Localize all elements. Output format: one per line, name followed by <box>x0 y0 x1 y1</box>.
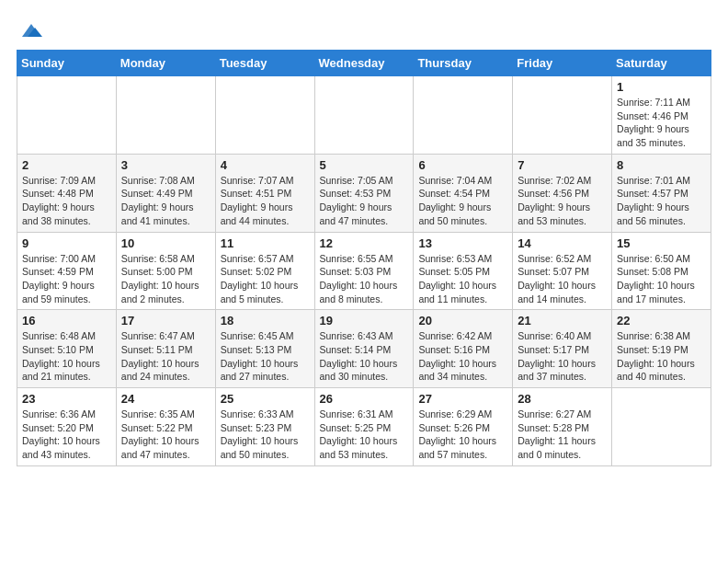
day-info: Sunrise: 6:53 AMSunset: 5:05 PMDaylight:… <box>418 252 507 306</box>
day-number: 7 <box>518 158 607 172</box>
week-row-3: 9Sunrise: 7:00 AMSunset: 4:59 PMDaylight… <box>17 232 711 310</box>
weekday-header-saturday: Saturday <box>612 51 711 76</box>
day-info: Sunrise: 7:00 AMSunset: 4:59 PMDaylight:… <box>22 252 111 306</box>
day-number: 24 <box>121 392 210 406</box>
calendar-cell: 24Sunrise: 6:35 AMSunset: 5:22 PMDayligh… <box>116 388 215 466</box>
day-number: 2 <box>22 158 111 172</box>
weekday-header-thursday: Thursday <box>414 51 513 76</box>
day-number: 16 <box>22 314 111 327</box>
calendar-cell: 4Sunrise: 7:07 AMSunset: 4:51 PMDaylight… <box>215 154 314 232</box>
day-info: Sunrise: 7:08 AMSunset: 4:49 PMDaylight:… <box>121 174 210 228</box>
calendar-header-row: SundayMondayTuesdayWednesdayThursdayFrid… <box>17 51 711 76</box>
day-number: 10 <box>121 236 210 250</box>
day-info: Sunrise: 7:11 AMSunset: 4:46 PMDaylight:… <box>617 96 706 150</box>
day-info: Sunrise: 6:43 AMSunset: 5:14 PMDaylight:… <box>320 329 409 384</box>
day-number: 8 <box>617 158 706 172</box>
day-info: Sunrise: 6:48 AMSunset: 5:10 PMDaylight:… <box>22 329 111 384</box>
calendar-cell: 17Sunrise: 6:47 AMSunset: 5:11 PMDayligh… <box>116 310 215 388</box>
day-info: Sunrise: 6:58 AMSunset: 5:00 PMDaylight:… <box>121 252 210 306</box>
day-info: Sunrise: 7:07 AMSunset: 4:51 PMDaylight:… <box>221 174 310 228</box>
day-info: Sunrise: 7:02 AMSunset: 4:56 PMDaylight:… <box>518 174 607 228</box>
calendar-cell: 11Sunrise: 6:57 AMSunset: 5:02 PMDayligh… <box>215 232 314 310</box>
day-info: Sunrise: 6:47 AMSunset: 5:11 PMDaylight:… <box>121 329 210 384</box>
day-info: Sunrise: 6:42 AMSunset: 5:16 PMDaylight:… <box>418 329 507 384</box>
calendar-cell: 28Sunrise: 6:27 AMSunset: 5:28 PMDayligh… <box>513 388 612 466</box>
logo <box>17 20 44 40</box>
day-info: Sunrise: 6:55 AMSunset: 5:03 PMDaylight:… <box>320 252 409 306</box>
day-number: 20 <box>418 314 507 327</box>
calendar-cell: 10Sunrise: 6:58 AMSunset: 5:00 PMDayligh… <box>116 232 215 310</box>
day-info: Sunrise: 6:45 AMSunset: 5:13 PMDaylight:… <box>221 329 310 384</box>
weekday-header-sunday: Sunday <box>17 51 117 76</box>
day-number: 26 <box>320 392 409 406</box>
calendar-cell: 3Sunrise: 7:08 AMSunset: 4:49 PMDaylight… <box>116 154 215 232</box>
day-number: 17 <box>121 314 210 327</box>
calendar-cell <box>612 388 711 466</box>
day-info: Sunrise: 6:27 AMSunset: 5:28 PMDaylight:… <box>518 408 607 462</box>
day-info: Sunrise: 6:52 AMSunset: 5:07 PMDaylight:… <box>518 252 607 306</box>
calendar-cell: 20Sunrise: 6:42 AMSunset: 5:16 PMDayligh… <box>414 310 513 388</box>
weekday-header-tuesday: Tuesday <box>215 51 314 76</box>
day-info: Sunrise: 6:36 AMSunset: 5:20 PMDaylight:… <box>22 408 111 462</box>
day-number: 27 <box>418 392 507 406</box>
day-number: 3 <box>121 158 210 172</box>
calendar-cell: 18Sunrise: 6:45 AMSunset: 5:13 PMDayligh… <box>215 310 314 388</box>
week-row-1: 1Sunrise: 7:11 AMSunset: 4:46 PMDaylight… <box>17 76 711 155</box>
calendar-cell: 22Sunrise: 6:38 AMSunset: 5:19 PMDayligh… <box>612 310 711 388</box>
calendar-cell: 14Sunrise: 6:52 AMSunset: 5:07 PMDayligh… <box>513 232 612 310</box>
day-info: Sunrise: 6:35 AMSunset: 5:22 PMDaylight:… <box>121 408 210 462</box>
week-row-4: 16Sunrise: 6:48 AMSunset: 5:10 PMDayligh… <box>17 310 711 388</box>
calendar-cell: 5Sunrise: 7:05 AMSunset: 4:53 PMDaylight… <box>314 154 414 232</box>
day-info: Sunrise: 7:04 AMSunset: 4:54 PMDaylight:… <box>418 174 507 228</box>
day-number: 28 <box>518 392 607 406</box>
weekday-header-friday: Friday <box>513 51 612 76</box>
header <box>17 17 711 40</box>
day-info: Sunrise: 7:01 AMSunset: 4:57 PMDaylight:… <box>617 174 706 228</box>
day-info: Sunrise: 6:33 AMSunset: 5:23 PMDaylight:… <box>221 408 310 462</box>
calendar-cell <box>314 76 414 155</box>
day-number: 1 <box>617 80 706 94</box>
calendar-cell: 13Sunrise: 6:53 AMSunset: 5:05 PMDayligh… <box>414 232 513 310</box>
calendar-cell: 6Sunrise: 7:04 AMSunset: 4:54 PMDaylight… <box>414 154 513 232</box>
day-number: 21 <box>518 314 607 327</box>
calendar-table: SundayMondayTuesdayWednesdayThursdayFrid… <box>17 50 711 466</box>
day-info: Sunrise: 6:29 AMSunset: 5:26 PMDaylight:… <box>418 408 507 462</box>
calendar-cell: 9Sunrise: 7:00 AMSunset: 4:59 PMDaylight… <box>17 232 117 310</box>
calendar-cell <box>513 76 612 155</box>
calendar-cell: 15Sunrise: 6:50 AMSunset: 5:08 PMDayligh… <box>612 232 711 310</box>
day-number: 4 <box>221 158 310 172</box>
calendar-cell: 19Sunrise: 6:43 AMSunset: 5:14 PMDayligh… <box>314 310 414 388</box>
page: SundayMondayTuesdayWednesdayThursdayFrid… <box>0 0 728 476</box>
day-number: 18 <box>221 314 310 327</box>
calendar-cell: 1Sunrise: 7:11 AMSunset: 4:46 PMDaylight… <box>612 76 711 155</box>
day-number: 23 <box>22 392 111 406</box>
day-number: 11 <box>221 236 310 250</box>
day-info: Sunrise: 6:40 AMSunset: 5:17 PMDaylight:… <box>518 329 607 384</box>
weekday-header-monday: Monday <box>116 51 215 76</box>
calendar-cell: 27Sunrise: 6:29 AMSunset: 5:26 PMDayligh… <box>414 388 513 466</box>
day-number: 14 <box>518 236 607 250</box>
day-number: 12 <box>320 236 409 250</box>
calendar-cell: 2Sunrise: 7:09 AMSunset: 4:48 PMDaylight… <box>17 154 117 232</box>
calendar-cell: 23Sunrise: 6:36 AMSunset: 5:20 PMDayligh… <box>17 388 117 466</box>
calendar-cell: 25Sunrise: 6:33 AMSunset: 5:23 PMDayligh… <box>215 388 314 466</box>
calendar-cell: 21Sunrise: 6:40 AMSunset: 5:17 PMDayligh… <box>513 310 612 388</box>
calendar-cell: 8Sunrise: 7:01 AMSunset: 4:57 PMDaylight… <box>612 154 711 232</box>
day-info: Sunrise: 7:09 AMSunset: 4:48 PMDaylight:… <box>22 174 111 228</box>
weekday-header-wednesday: Wednesday <box>314 51 414 76</box>
day-info: Sunrise: 6:38 AMSunset: 5:19 PMDaylight:… <box>617 329 706 384</box>
calendar-cell <box>17 76 117 155</box>
day-number: 19 <box>320 314 409 327</box>
day-number: 25 <box>221 392 310 406</box>
logo-icon <box>18 20 44 40</box>
day-info: Sunrise: 6:31 AMSunset: 5:25 PMDaylight:… <box>320 408 409 462</box>
week-row-5: 23Sunrise: 6:36 AMSunset: 5:20 PMDayligh… <box>17 388 711 466</box>
day-number: 22 <box>617 314 706 327</box>
calendar-cell: 26Sunrise: 6:31 AMSunset: 5:25 PMDayligh… <box>314 388 414 466</box>
day-info: Sunrise: 6:57 AMSunset: 5:02 PMDaylight:… <box>221 252 310 306</box>
calendar-cell: 16Sunrise: 6:48 AMSunset: 5:10 PMDayligh… <box>17 310 117 388</box>
day-number: 9 <box>22 236 111 250</box>
day-number: 5 <box>320 158 409 172</box>
calendar-cell <box>215 76 314 155</box>
calendar-cell: 7Sunrise: 7:02 AMSunset: 4:56 PMDaylight… <box>513 154 612 232</box>
